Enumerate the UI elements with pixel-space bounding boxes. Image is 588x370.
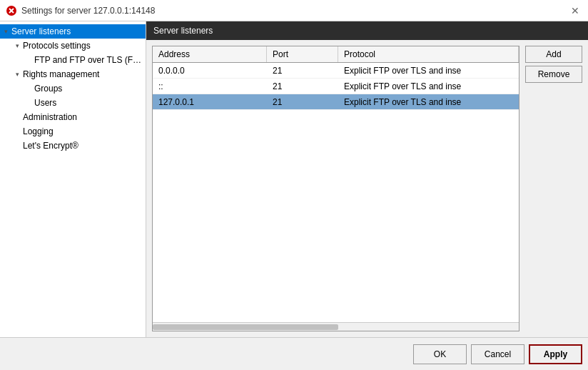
cell-protocol: Explicit FTP over TLS and inse	[338, 80, 519, 93]
cell-address: ::	[153, 80, 267, 93]
main-content: ▾Server listeners▾Protocols settingsFTP …	[0, 21, 588, 337]
sidebar-item-label: Let's Encrypt®	[23, 141, 143, 151]
tree-expander-icon: ▾	[11, 69, 23, 80]
app-icon	[6, 5, 17, 16]
panel-body: Address Port Protocol 0.0.0.021Explicit …	[146, 40, 588, 337]
sidebar-item-ftp-tls[interactable]: FTP and FTP over TLS (FTPS)	[0, 53, 146, 67]
table-row[interactable]: 127.0.0.121Explicit FTP over TLS and ins…	[153, 94, 519, 110]
add-button[interactable]: Add	[525, 46, 582, 63]
col-address-header: Address	[153, 46, 267, 62]
cell-port: 21	[267, 80, 338, 93]
cell-address: 0.0.0.0	[153, 64, 267, 77]
cell-protocol: Explicit FTP over TLS and inse	[338, 96, 519, 109]
right-panel: Server listeners Address Port Protocol 0…	[146, 21, 588, 337]
sidebar-item-lets-encrypt[interactable]: Let's Encrypt®	[0, 139, 146, 153]
table-header: Address Port Protocol	[153, 46, 519, 63]
table-row[interactable]: 0.0.0.021Explicit FTP over TLS and inse	[153, 63, 519, 79]
sidebar-item-label: Logging	[23, 126, 143, 136]
table-row[interactable]: ::21Explicit FTP over TLS and inse	[153, 79, 519, 94]
cell-address: 127.0.0.1	[153, 96, 267, 109]
table-body: 0.0.0.021Explicit FTP over TLS and inse:…	[153, 63, 519, 322]
sidebar-item-label: Groups	[34, 84, 143, 94]
cell-protocol: Explicit FTP over TLS and inse	[338, 64, 519, 77]
tree-expander-icon: ▾	[11, 40, 23, 51]
cell-port: 21	[267, 64, 338, 77]
sidebar-item-administration[interactable]: Administration	[0, 110, 146, 124]
panel-header: Server listeners	[146, 21, 588, 40]
tree-expander-icon: ▾	[0, 26, 11, 37]
remove-button[interactable]: Remove	[525, 66, 582, 83]
window-title: Settings for server 127.0.0.1:14148	[21, 6, 155, 16]
sidebar-item-rights-management[interactable]: ▾Rights management	[0, 67, 146, 81]
sidebar-item-label: Server listeners	[11, 26, 143, 36]
sidebar-item-label: Rights management	[23, 69, 143, 79]
sidebar-item-users[interactable]: Users	[0, 96, 146, 110]
title-bar: Settings for server 127.0.0.1:14148 ✕	[0, 0, 588, 21]
ok-button[interactable]: OK	[413, 344, 467, 364]
scrollbar-thumb	[153, 324, 338, 330]
sidebar-item-label: Users	[34, 98, 143, 108]
col-protocol-header: Protocol	[338, 46, 519, 62]
sidebar-item-label: Protocols settings	[23, 41, 143, 51]
sidebar-item-groups[interactable]: Groups	[0, 81, 146, 96]
col-port-header: Port	[267, 46, 338, 62]
bottom-bar: OK Cancel Apply	[0, 337, 588, 370]
sidebar-item-label: Administration	[23, 112, 143, 122]
sidebar-item-label: FTP and FTP over TLS (FTPS)	[34, 55, 143, 65]
sidebar: ▾Server listeners▾Protocols settingsFTP …	[0, 21, 146, 337]
sidebar-item-server-listeners[interactable]: ▾Server listeners	[0, 24, 146, 39]
horizontal-scrollbar[interactable]	[153, 322, 519, 331]
sidebar-item-protocols-settings[interactable]: ▾Protocols settings	[0, 39, 146, 53]
close-button[interactable]: ✕	[568, 4, 582, 18]
title-bar-left: Settings for server 127.0.0.1:14148	[6, 5, 155, 16]
sidebar-item-logging[interactable]: Logging	[0, 124, 146, 139]
side-buttons: Add Remove	[525, 46, 582, 331]
apply-button[interactable]: Apply	[529, 344, 582, 364]
cancel-button[interactable]: Cancel	[471, 344, 524, 364]
listeners-table: Address Port Protocol 0.0.0.021Explicit …	[152, 46, 519, 331]
cell-port: 21	[267, 96, 338, 109]
